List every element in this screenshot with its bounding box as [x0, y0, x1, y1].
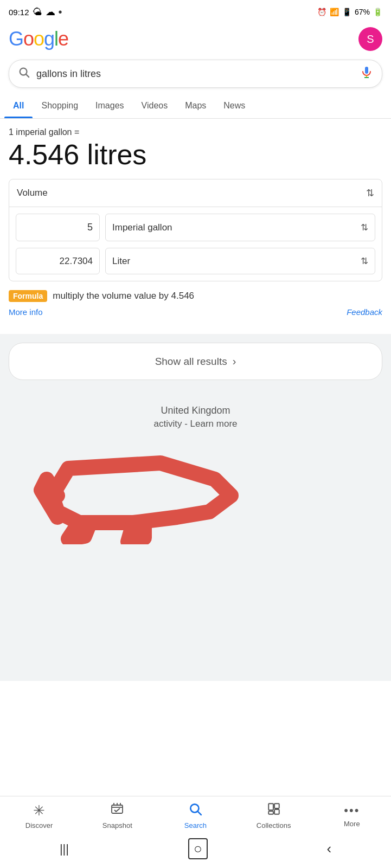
from-value-input[interactable]: 5 — [16, 214, 100, 241]
bottom-spacer — [9, 564, 382, 672]
battery-icon: 🔋 — [373, 8, 382, 16]
show-all-results-label: Show all results — [155, 356, 227, 368]
feedback-link[interactable]: Feedback — [347, 307, 382, 317]
sort-icon[interactable]: ⇅ — [366, 187, 374, 199]
more-icon: ••• — [344, 803, 360, 818]
notification-dot: • — [59, 6, 62, 18]
home-button[interactable]: ○ — [188, 838, 208, 859]
weather-icon: 🌤 — [33, 7, 42, 18]
svg-rect-14 — [268, 811, 273, 814]
nav-more-label: More — [344, 820, 360, 828]
status-bar: 09:12 🌤 ☁ • ⏰ 📶 📱 67% 🔋 — [0, 0, 391, 22]
tab-all[interactable]: All — [4, 93, 33, 118]
formula-badge: Formula — [9, 290, 47, 302]
to-row: 22.7304 Liter ⇅ — [9, 245, 382, 281]
arrow-icon: › — [233, 355, 236, 368]
svg-rect-13 — [274, 809, 279, 814]
status-time: 09:12 — [9, 8, 29, 17]
collections-icon — [267, 802, 281, 819]
formula-text: multiply the volume value by 4.546 — [53, 291, 194, 301]
nav-discover-label: Discover — [25, 821, 53, 830]
show-all-results-button[interactable]: Show all results › — [9, 343, 382, 380]
user-avatar[interactable]: S — [358, 27, 382, 51]
google-logo: Google — [9, 28, 68, 50]
nav-snapshot-label: Snapshot — [102, 821, 132, 830]
tabs-container: All Shopping Images Videos Maps News — [0, 93, 391, 119]
nav-snapshot[interactable]: Snapshot — [95, 802, 139, 830]
snapshot-icon — [110, 802, 124, 819]
to-unit-select[interactable]: Liter ⇅ — [105, 248, 375, 274]
search-icon — [18, 66, 30, 81]
svg-line-10 — [198, 812, 201, 815]
svg-rect-2 — [365, 67, 368, 74]
alarm-icon: ⏰ — [317, 8, 326, 16]
back-button[interactable]: ‹ — [326, 840, 331, 857]
nav-more[interactable]: ••• More — [330, 803, 374, 828]
microphone-icon[interactable] — [360, 66, 373, 82]
nav-search-label: Search — [184, 821, 207, 830]
nav-items: ✳ Discover Snapshot — [0, 796, 391, 833]
from-row: 5 Imperial gallon ⇅ — [9, 207, 382, 245]
main-content: 1 imperial gallon = 4.546 litres Volume … — [0, 119, 391, 334]
converter-type-label: Volume — [17, 188, 48, 198]
more-info-link[interactable]: More info — [9, 307, 43, 317]
nav-search[interactable]: Search — [174, 802, 217, 830]
battery-text: 67% — [355, 8, 370, 16]
cloud-icon: ☁ — [46, 6, 55, 18]
tab-maps[interactable]: Maps — [176, 93, 215, 118]
chevron-down-icon-2: ⇅ — [361, 255, 368, 267]
svg-rect-11 — [268, 803, 273, 810]
uk-section: United Kingdom activity - Learn more — [9, 391, 382, 564]
svg-rect-5 — [112, 805, 123, 813]
converter-widget: Volume ⇅ 5 Imperial gallon ⇅ 22.7304 Lit… — [9, 179, 382, 281]
uk-country-text: United Kingdom — [9, 396, 382, 419]
bottom-nav: ✳ Discover Snapshot — [0, 796, 391, 868]
formula-row: Formula multiply the volume value by 4.5… — [9, 290, 382, 302]
nav-collections-label: Collections — [257, 821, 291, 830]
conversion-label: 1 imperial gallon = — [9, 127, 382, 137]
system-nav: ||| ○ ‹ — [0, 833, 391, 868]
wifi-icon: 📶 — [330, 8, 339, 16]
tab-images[interactable]: Images — [87, 93, 132, 118]
conversion-result: 4.546 litres — [9, 139, 382, 170]
red-scribble-overlay — [9, 436, 382, 555]
tab-videos[interactable]: Videos — [133, 93, 177, 118]
search-nav-icon — [188, 802, 202, 819]
signal-icon: 📱 — [342, 8, 351, 16]
svg-rect-12 — [274, 803, 279, 808]
nav-discover[interactable]: ✳ Discover — [17, 802, 61, 830]
recent-apps-button[interactable]: ||| — [60, 842, 69, 856]
tab-shopping[interactable]: Shopping — [33, 93, 87, 118]
google-header: Google S — [0, 22, 391, 56]
nav-collections[interactable]: Collections — [252, 802, 296, 830]
links-row: More info Feedback — [9, 307, 382, 317]
search-input[interactable]: gallons in litres — [36, 68, 354, 80]
svg-line-1 — [26, 74, 29, 77]
tab-news[interactable]: News — [215, 93, 254, 118]
chevron-down-icon: ⇅ — [361, 222, 368, 233]
search-bar[interactable]: gallons in litres — [9, 60, 382, 88]
gray-section: Show all results › United Kingdom activi… — [0, 334, 391, 681]
to-value-input[interactable]: 22.7304 — [16, 248, 100, 274]
uk-activity-text: activity - Learn more — [9, 419, 382, 436]
from-unit-select[interactable]: Imperial gallon ⇅ — [105, 214, 375, 241]
converter-type-row: Volume ⇅ — [9, 179, 382, 207]
discover-icon: ✳ — [33, 802, 45, 819]
search-bar-container: gallons in litres — [0, 56, 391, 93]
